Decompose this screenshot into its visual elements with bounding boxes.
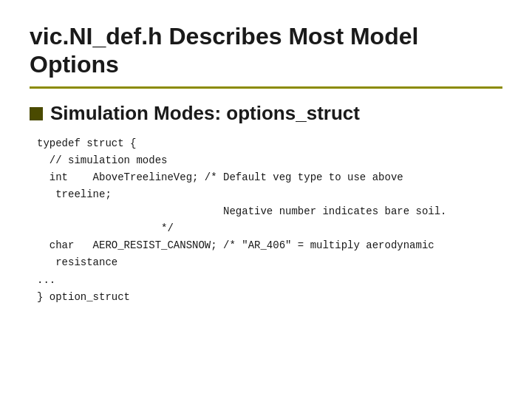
bullet-icon xyxy=(30,107,43,120)
slide-container: vic.NI_def.h Describes Most Model Option… xyxy=(0,0,532,399)
code-line-10: resistance xyxy=(37,254,502,271)
code-line-7: Negative number indicates bare soil. xyxy=(37,203,502,220)
code-line-12: } option_struct xyxy=(37,289,502,306)
code-line-9: char AERO_RESIST_CANSNOW; /* "AR_406" = … xyxy=(37,237,502,254)
title-area: vic.NI_def.h Describes Most Model Option… xyxy=(30,22,502,89)
title-line2: Options xyxy=(30,51,119,78)
title-line1: vic.NI_def.h Describes Most Model xyxy=(30,23,418,50)
code-line-8: */ xyxy=(37,220,502,237)
section-heading: Simulation Modes: options_struct xyxy=(30,102,502,125)
content-area: Simulation Modes: options_struct typedef… xyxy=(30,102,502,377)
code-block: typedef struct { // simulation modes int… xyxy=(30,135,502,306)
code-line-1: typedef struct { xyxy=(37,135,502,152)
section-title: Simulation Modes: options_struct xyxy=(50,102,360,125)
code-line-4: int AboveTreelineVeg; /* Default veg typ… xyxy=(37,169,502,186)
code-line-3: // simulation modes xyxy=(37,152,502,169)
code-line-5: treeline; xyxy=(37,186,502,203)
code-line-11: ... xyxy=(37,272,502,289)
slide-title: vic.NI_def.h Describes Most Model Option… xyxy=(30,22,502,79)
